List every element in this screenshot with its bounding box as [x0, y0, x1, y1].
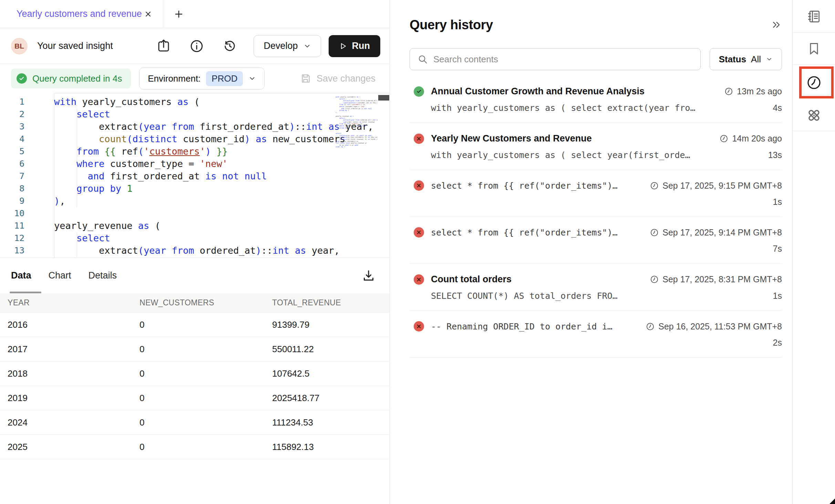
history-item-title: Yearly New Customers and Revenue — [431, 133, 712, 144]
environment-value-badge: PROD — [206, 71, 243, 86]
editor-scrollbar-thumb[interactable] — [378, 95, 389, 101]
code-line: 10 — [0, 207, 389, 220]
history-item-duration: 7s — [773, 244, 782, 254]
column-header: YEAR — [8, 298, 140, 307]
code-text: from {{ ref('customers') }} — [36, 145, 228, 158]
notebook-icon[interactable] — [793, 9, 835, 24]
editor-top-border — [54, 93, 389, 93]
history-item[interactable]: -- Renaming ORDER_ID to order_id i… Sep … — [410, 311, 782, 358]
history-item[interactable]: select * from {{ ref("order_items")… Sep… — [410, 170, 782, 217]
table-row: 20240111234.53 — [0, 410, 389, 435]
history-item-title: select * from {{ ref("order_items")… — [431, 228, 643, 238]
page-title: Query history — [410, 18, 493, 32]
search-input[interactable] — [433, 54, 693, 65]
table-cell: 115892.13 — [272, 442, 389, 452]
avatar[interactable]: BL — [11, 38, 28, 54]
table-row: 2016091399.79 — [0, 313, 389, 337]
semantic-knot-icon[interactable] — [793, 107, 835, 123]
history-item[interactable]: select * from {{ ref("order_items")… Sep… — [410, 217, 782, 264]
tab-bar: Yearly customers and revenue — [0, 0, 389, 28]
code-text: group by 1 — [36, 182, 133, 195]
history-item-time: Sep 17, 2025, 9:14 PM GMT+8 — [662, 228, 782, 238]
history-clock-icon[interactable] — [793, 74, 835, 91]
version-history-icon[interactable] — [223, 39, 237, 53]
history-item[interactable]: Annual Customer Growth and Revenue Analy… — [410, 76, 782, 123]
clock-icon — [650, 275, 659, 284]
error-status-icon — [414, 227, 424, 238]
share-icon[interactable] — [156, 39, 171, 53]
column-header: TOTAL_REVENUE — [272, 298, 389, 307]
tab-yearly-customers-and-revenue[interactable]: Yearly customers and revenue — [0, 0, 163, 28]
history-item[interactable]: Count total orders Sep 17, 2025, 8:31 PM… — [410, 264, 782, 311]
collapse-panel-icon[interactable] — [771, 19, 782, 30]
code-line: 4 count(distinct customer_id) as new_cus… — [0, 133, 389, 145]
close-tab-icon[interactable] — [144, 10, 153, 19]
table-row: 20250115892.13 — [0, 435, 389, 459]
code-text: count(distinct customer_id) as new_custo… — [36, 133, 345, 145]
error-status-icon — [414, 180, 424, 191]
history-item-title: select * from {{ ref("order_items")… — [431, 181, 643, 191]
search-icon — [418, 54, 428, 64]
history-item[interactable]: Yearly New Customers and Revenue 14m 20s… — [410, 123, 782, 170]
table-body: 2016091399.7920170550011.2220180107642.5… — [0, 313, 389, 459]
code-text: extract(year from ordered_at)::int as ye… — [36, 244, 340, 257]
history-item-title: Annual Customer Growth and Revenue Analy… — [431, 86, 717, 97]
run-button[interactable]: Run — [329, 35, 380, 57]
search-box — [410, 48, 701, 70]
save-changes-button[interactable]: Save changes — [300, 73, 375, 84]
app-root: Yearly customers and revenue BL Your sav… — [0, 0, 835, 504]
editor-minimap[interactable]: with yearly_customers as ( select extrac… — [336, 96, 378, 148]
table-cell: 0 — [140, 417, 272, 428]
history-item-duration: 4s — [773, 103, 782, 113]
table-cell: 0 — [140, 319, 272, 330]
line-number: 10 — [0, 207, 36, 220]
line-number: 2 — [0, 108, 36, 120]
table-cell: 2016 — [8, 319, 140, 330]
code-text: yearly_revenue as ( — [36, 220, 161, 232]
table-cell: 2018 — [8, 368, 140, 379]
status-filter-dropdown[interactable]: Status All — [710, 48, 782, 70]
history-item-duration: 1s — [773, 291, 782, 301]
history-item-time: Sep 17, 2025, 9:15 PM GMT+8 — [662, 181, 782, 191]
results-tab-details[interactable]: Details — [89, 270, 117, 281]
code-line: 9 ), — [0, 195, 389, 207]
table-cell: 2017 — [8, 344, 140, 355]
sql-editor[interactable]: 1 with yearly_customers as ( 2 select 3 … — [0, 93, 389, 258]
chevron-down-icon — [248, 75, 256, 82]
code-line: 7 and first_ordered_at is not null — [0, 170, 389, 182]
new-tab-button[interactable] — [174, 9, 184, 19]
column-header: NEW_CUSTOMERS — [140, 298, 272, 307]
code-line: 12 select — [0, 232, 389, 244]
rail-divider — [793, 131, 835, 131]
success-status-icon — [414, 86, 424, 97]
code-line: 6 where customer_type = 'new' — [0, 158, 389, 170]
table-cell: 0 — [140, 442, 272, 452]
history-item-duration: 2s — [773, 338, 782, 348]
download-icon[interactable] — [362, 269, 375, 283]
code-line: 2 select — [0, 108, 389, 120]
right-rail — [792, 0, 835, 504]
history-controls: Status All — [410, 48, 782, 70]
query-history-panel: Query history Status All Annual Customer… — [390, 0, 792, 504]
line-number: 6 — [0, 158, 36, 170]
code-line: 11 yearly_revenue as ( — [0, 220, 389, 232]
results-table: YEARNEW_CUSTOMERSTOTAL_REVENUE 201609139… — [0, 293, 389, 459]
bookmark-icon[interactable] — [793, 41, 835, 56]
results-tab-data[interactable]: Data — [11, 270, 31, 281]
results-tab-chart[interactable]: Chart — [49, 270, 71, 281]
history-item-title: -- Renaming ORDER_ID to order_id i… — [431, 322, 639, 332]
info-icon[interactable] — [189, 39, 204, 53]
save-icon — [300, 73, 311, 84]
code-text — [36, 207, 54, 220]
toolbar-icon-group — [156, 39, 237, 53]
table-cell: 0 — [140, 344, 272, 355]
develop-dropdown[interactable]: Develop — [254, 35, 321, 57]
query-history-header: Query history — [410, 14, 782, 36]
history-item-query-preview: SELECT COUNT(*) AS total_orders FRO… — [431, 291, 773, 301]
tab-title: Yearly customers and revenue — [17, 9, 142, 19]
line-number: 8 — [0, 182, 36, 195]
environment-selector[interactable]: Environment: PROD — [139, 67, 265, 90]
history-item-time: Sep 17, 2025, 8:31 PM GMT+8 — [662, 274, 782, 284]
status-filter-value: All — [751, 54, 761, 65]
history-item-duration: 13s — [768, 150, 782, 160]
